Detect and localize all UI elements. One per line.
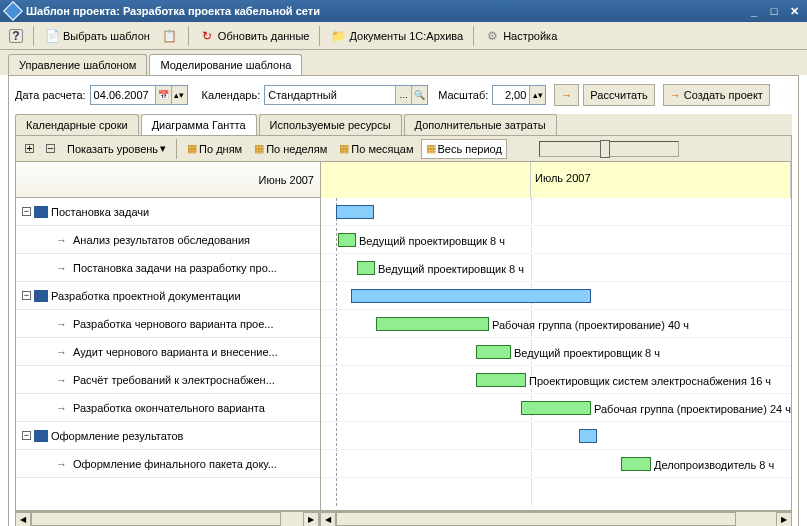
scroll-track[interactable] xyxy=(336,512,776,526)
template-icon: 📄 xyxy=(44,28,60,44)
collapse-icon[interactable]: − xyxy=(22,431,31,440)
tab-resources[interactable]: Используемые ресурсы xyxy=(259,114,402,135)
scroll-thumb[interactable] xyxy=(31,512,281,526)
scroll-right-icon[interactable]: ▶ xyxy=(303,512,319,526)
period-icon: ▦ xyxy=(426,142,436,155)
expand-all-button[interactable]: + xyxy=(20,139,39,159)
tab-gantt[interactable]: Диаграмма Гантта xyxy=(141,114,257,135)
scroll-left-icon[interactable]: ◀ xyxy=(320,512,336,526)
tab-modeling[interactable]: Моделирование шаблона xyxy=(149,54,302,75)
whole-period-button[interactable]: ▦Весь период xyxy=(421,139,507,159)
calendar-select[interactable]: … 🔍 xyxy=(264,85,428,105)
month-cell: Июль 2007 xyxy=(531,162,791,198)
modeling-panel: Дата расчета: 📅 ▴▾ Календарь: … 🔍 Масшта… xyxy=(8,75,799,526)
summary-bar[interactable] xyxy=(351,289,591,303)
calculate-button[interactable]: Рассчитать xyxy=(583,84,654,106)
sub-tabs: Календарные сроки Диаграмма Гантта Испол… xyxy=(15,114,792,135)
tab-costs[interactable]: Дополнительные затраты xyxy=(404,114,557,135)
scrollbar-right[interactable]: ◀ ▶ xyxy=(320,511,792,526)
new-icon: 📋 xyxy=(162,28,178,44)
task-row[interactable]: →Аудит чернового варианта и внесение... xyxy=(16,338,320,366)
bar-label: Ведущий проектировщик 8 ч xyxy=(514,346,660,360)
separator xyxy=(473,26,474,46)
refresh-button[interactable]: ↻Обновить данные xyxy=(194,25,315,47)
controls-row: Дата расчета: 📅 ▴▾ Календарь: … 🔍 Масшта… xyxy=(15,82,792,112)
task-bar[interactable]: Ведущий проектировщик 8 ч xyxy=(476,345,511,359)
month-cell xyxy=(321,162,531,198)
by-months-button[interactable]: ▦По месяцам xyxy=(334,139,418,159)
scale-field[interactable] xyxy=(493,86,529,104)
task-row[interactable]: −Разработка проектной документации xyxy=(16,282,320,310)
task-name: Постановка задачи xyxy=(51,206,149,218)
task-bar[interactable]: Ведущий проектировщик 8 ч xyxy=(357,261,375,275)
close-button[interactable]: ✕ xyxy=(785,3,803,19)
task-row[interactable]: →Постановка задачи на разработку про... xyxy=(16,254,320,282)
collapse-icon[interactable]: − xyxy=(22,207,31,216)
by-weeks-label: По неделям xyxy=(266,143,327,155)
calc-date-field[interactable] xyxy=(91,86,155,104)
task-row[interactable]: −Постановка задачи xyxy=(16,198,320,226)
by-weeks-button[interactable]: ▦По неделям xyxy=(249,139,332,159)
by-days-button[interactable]: ▦По дням xyxy=(182,139,247,159)
task-row[interactable]: −Оформление результатов xyxy=(16,422,320,450)
task-row[interactable]: →Расчёт требований к электроснабжен... xyxy=(16,366,320,394)
help-button[interactable]: ? xyxy=(4,25,28,47)
scale-input[interactable]: ▴▾ xyxy=(492,85,546,105)
template-new-button[interactable]: 📋 xyxy=(157,25,183,47)
scroll-right-icon[interactable]: ▶ xyxy=(776,512,792,526)
minimize-button[interactable]: _ xyxy=(745,3,763,19)
create-project-button[interactable]: →Создать проект xyxy=(663,84,770,106)
calendar-icon[interactable]: 📅 xyxy=(155,86,171,104)
scrollbar-left[interactable]: ◀ ▶ xyxy=(15,511,320,526)
bar-label: Ведущий проектировщик 8 ч xyxy=(359,234,505,248)
summary-bar[interactable] xyxy=(336,205,374,219)
task-bar[interactable]: Делопроизводитель 8 ч xyxy=(621,457,651,471)
bar-label: Ведущий проектировщик 8 ч xyxy=(378,262,524,276)
task-bar[interactable]: Рабочая группа (проектирование) 40 ч xyxy=(376,317,489,331)
collapse-icon[interactable]: − xyxy=(22,291,31,300)
bar-label: Рабочая группа (проектирование) 24 ч xyxy=(594,402,791,416)
search-icon[interactable]: 🔍 xyxy=(411,86,427,104)
chart-area: Ведущий проектировщик 8 чВедущий проекти… xyxy=(321,198,791,506)
task-row[interactable]: →Оформление финального пакета доку... xyxy=(16,450,320,478)
task-name: Оформление результатов xyxy=(51,430,183,442)
refresh-icon: ↻ xyxy=(199,28,215,44)
tab-calendar-dates[interactable]: Календарные сроки xyxy=(15,114,139,135)
show-level-label: Показать уровень xyxy=(67,143,158,155)
leaf-task-icon: → xyxy=(56,318,70,330)
chart-row: Делопроизводитель 8 ч xyxy=(321,450,791,478)
documents-button[interactable]: 📁Документы 1С:Архива xyxy=(325,25,468,47)
updown-icon[interactable]: ▴▾ xyxy=(171,86,187,104)
task-row[interactable]: →Анализ результатов обследования xyxy=(16,226,320,254)
updown-icon[interactable]: ▴▾ xyxy=(529,86,545,104)
ellipsis-icon[interactable]: … xyxy=(395,86,411,104)
chart-row xyxy=(321,282,791,310)
scroll-track[interactable] xyxy=(31,512,303,526)
calc-date-input[interactable]: 📅 ▴▾ xyxy=(90,85,188,105)
collapse-all-button[interactable]: − xyxy=(41,139,60,159)
tab-manage[interactable]: Управление шаблоном xyxy=(8,54,147,75)
task-name: Оформление финального пакета доку... xyxy=(73,458,277,470)
settings-button[interactable]: ⚙Настройка xyxy=(479,25,562,47)
arrow-right-icon: → xyxy=(670,89,681,101)
task-bar[interactable]: Ведущий проектировщик 8 ч xyxy=(338,233,356,247)
task-row[interactable]: →Разработка чернового варианта прое... xyxy=(16,310,320,338)
task-name: Расчёт требований к электроснабжен... xyxy=(73,374,275,386)
task-bar[interactable]: Рабочая группа (проектирование) 24 ч xyxy=(521,401,591,415)
scroll-thumb[interactable] xyxy=(336,512,736,526)
summary-bar[interactable] xyxy=(579,429,597,443)
gantt-toolbar: + − Показать уровень▾ ▦По дням ▦По недел… xyxy=(15,135,792,161)
slider-thumb[interactable] xyxy=(600,140,610,158)
gear-icon: ⚙ xyxy=(484,28,500,44)
show-level-button[interactable]: Показать уровень▾ xyxy=(62,139,171,159)
scroll-left-icon[interactable]: ◀ xyxy=(15,512,31,526)
task-row[interactable]: →Разработка окончательного варианта xyxy=(16,394,320,422)
zoom-slider[interactable] xyxy=(539,141,679,157)
select-template-button[interactable]: 📄Выбрать шаблон xyxy=(39,25,155,47)
maximize-button[interactable]: □ xyxy=(765,3,783,19)
chart-row xyxy=(321,198,791,226)
task-bar[interactable]: Проектировщик систем электроснабжения 16… xyxy=(476,373,526,387)
main-toolbar: ? 📄Выбрать шаблон 📋 ↻Обновить данные 📁До… xyxy=(0,22,807,50)
calendar-field[interactable] xyxy=(265,86,395,104)
run-button[interactable]: → xyxy=(554,84,579,106)
